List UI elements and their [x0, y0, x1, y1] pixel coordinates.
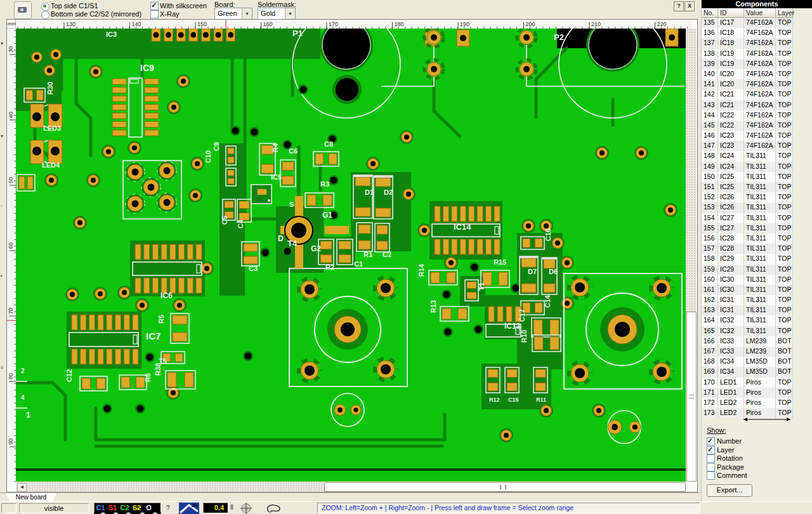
table-row[interactable]: 146IC2374F162ATOP [702, 131, 812, 141]
export-button[interactable]: Export... [707, 484, 752, 497]
table-row[interactable]: 145IC2274F162ATOP [702, 121, 812, 131]
components-table[interactable]: 135IC1774F162ATOP136IC1874F162ATOP137IC1… [702, 18, 812, 418]
svg-text:R13: R13 [429, 300, 437, 313]
column-header-id[interactable]: ID [718, 8, 744, 18]
svg-text:R30: R30 [46, 82, 54, 95]
table-row[interactable]: 154IC27TIL311TOP [702, 213, 812, 223]
table-row[interactable]: 164IC32TIL311TOP [702, 315, 812, 326]
svg-text:R2: R2 [325, 263, 334, 271]
table-row[interactable]: 137IC1874F162ATOP [702, 38, 812, 48]
svg-text:P2: P2 [554, 32, 564, 42]
table-row[interactable]: 153IC26TIL311TOP [702, 202, 812, 213]
svg-text:R3: R3 [320, 180, 329, 188]
table-row[interactable]: 165IC32TIL311TOP [702, 326, 812, 336]
table-row[interactable]: 147IC2374F162ATOP [702, 141, 812, 151]
layer-toggle-s1[interactable]: S1 [107, 503, 119, 513]
svg-text:2: 2 [21, 367, 25, 374]
scroll-left-arrow-icon[interactable]: ◄ [17, 483, 27, 492]
svg-text:R10: R10 [520, 330, 528, 343]
table-row[interactable]: 169IC34LM35DBOT [702, 367, 812, 377]
table-row[interactable]: 140IC2074F162ATOP [702, 69, 812, 79]
help-button[interactable]: ? [674, 1, 684, 11]
table-row[interactable]: 161IC30TIL311TOP [702, 285, 812, 295]
column-header-layer[interactable]: Layer [776, 8, 793, 18]
svg-text:210: 210 [591, 21, 601, 27]
close-button[interactable]: X [684, 1, 695, 11]
svg-text:LED4: LED4 [42, 161, 60, 169]
table-row[interactable]: 160IC30TIL311TOP [702, 275, 812, 285]
table-row[interactable]: 138IC1974F162ATOP [702, 49, 812, 59]
layer-toggle-c1[interactable]: C1 [95, 503, 107, 513]
table-row[interactable]: 162IC31TIL311TOP [702, 295, 812, 305]
svg-text:D1: D1 [365, 188, 374, 196]
column-resize-arrow-icon[interactable] [740, 416, 794, 423]
svg-text:1: 1 [26, 411, 30, 419]
column-header-no[interactable]: No. [702, 8, 718, 18]
svg-text:C10: C10 [204, 150, 212, 163]
svg-text:70: 70 [8, 308, 14, 314]
svg-text:190: 190 [460, 21, 469, 27]
pcb-canvas[interactable]: IC3P1P2IC9R30LED3LED4C9C10C5C4R4C6C8R3IC… [16, 29, 686, 482]
layer-toggle-c2[interactable]: C2 [119, 503, 131, 513]
radio-bottom-side[interactable] [41, 11, 49, 19]
with-silkscreen-checkbox[interactable] [150, 2, 159, 10]
svg-text:R11: R11 [536, 397, 546, 403]
table-row[interactable]: 149IC24TIL311TOP [702, 162, 812, 172]
table-row[interactable]: 144IC2274F162ATOP [702, 110, 812, 121]
table-row[interactable]: 157IC28TIL311TOP [702, 244, 812, 254]
table-row[interactable]: 155IC27TIL311TOP [702, 223, 812, 234]
svg-text:130: 130 [66, 21, 75, 27]
table-row[interactable]: 171LED1PirosTOP [702, 388, 812, 398]
layer-toggle-o[interactable]: O [143, 503, 155, 513]
svg-text:IC9: IC9 [140, 63, 154, 73]
horizontal-scrollbar-thumb[interactable] [324, 482, 686, 492]
svg-text:90: 90 [8, 438, 14, 445]
radio-top-side[interactable] [41, 3, 49, 11]
xray-checkbox[interactable] [150, 10, 159, 18]
svg-text:IC13: IC13 [504, 322, 521, 331]
table-row[interactable]: 152IC26TIL311TOP [702, 192, 812, 202]
layer-toggle-s2[interactable]: S2 [131, 503, 143, 513]
table-row[interactable]: 163IC31TIL311TOP [702, 305, 812, 315]
crosshair-icon[interactable] [240, 502, 252, 514]
radio-top-side-label[interactable]: Top side C1/S1 [51, 2, 98, 10]
vertical-scrollbar-thumb[interactable] [686, 312, 697, 482]
table-row[interactable]: 135IC1774F162ATOP [702, 18, 812, 28]
table-row[interactable]: 150IC25TIL311TOP [702, 172, 812, 182]
table-row[interactable]: 167IC33LM239BOT [702, 346, 812, 357]
table-row[interactable]: 172LED2PirosTOP [702, 398, 812, 408]
table-row[interactable]: 151IC25TIL311TOP [702, 182, 812, 192]
ruler-unit: mm [7, 20, 16, 29]
table-row[interactable]: 136IC1874F162ATOP [702, 28, 812, 38]
svg-text:C15: C15 [508, 397, 519, 403]
vertical-scrollbar[interactable] [686, 29, 697, 482]
table-row[interactable]: 166IC33LM239BOT [702, 336, 812, 346]
svg-text:80: 80 [8, 373, 14, 379]
table-row[interactable]: 143IC2174F162ATOP [702, 100, 812, 110]
table-row[interactable]: 139IC1974F162ATOP [702, 59, 812, 69]
svg-text:IC3: IC3 [106, 30, 117, 38]
horizontal-scrollbar[interactable]: ◄ [16, 482, 686, 492]
table-row[interactable]: 159IC29TIL311TOP [702, 265, 812, 275]
visible-cell: visible [19, 503, 89, 513]
camera-icon [18, 7, 27, 13]
components-table-header[interactable]: No.IDValueLayer [702, 8, 812, 18]
xray-label[interactable]: X-Ray [160, 10, 180, 18]
svg-text:R14: R14 [417, 263, 425, 277]
table-row[interactable]: 148IC24TIL311TOP [702, 151, 812, 161]
svg-text:LED3: LED3 [43, 124, 61, 132]
table-row[interactable]: 168IC34LM35DBOT [702, 357, 812, 367]
table-row[interactable]: 158IC29TIL311TOP [702, 254, 812, 264]
radio-bottom-side-label[interactable]: Bottom side C2/S2 (mirrored) [51, 10, 141, 18]
table-row[interactable]: 156IC28TIL311TOP [702, 234, 812, 244]
lasso-select-icon[interactable] [265, 503, 282, 514]
table-row[interactable]: 142IC2174F162ATOP [702, 89, 812, 100]
board-view-icon[interactable] [179, 503, 199, 514]
table-row[interactable]: 141IC2074F162ATOP [702, 79, 812, 89]
svg-text:C8: C8 [324, 140, 333, 148]
with-silkscreen-label[interactable]: With silkscreen [160, 2, 207, 10]
table-row[interactable]: 170LED1PirosTOP [702, 378, 812, 388]
snapshot-button[interactable] [14, 1, 32, 19]
svg-text:IC7: IC7 [146, 331, 160, 341]
column-header-value[interactable]: Value [744, 8, 776, 18]
